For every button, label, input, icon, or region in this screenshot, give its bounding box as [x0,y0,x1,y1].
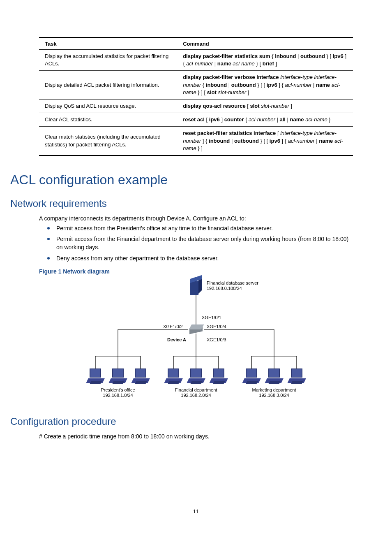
intro-text: A company interconnects its departments … [39,215,353,222]
col-command: Command [177,37,353,50]
router-icon [189,324,203,334]
device-label: Device A [167,337,186,343]
pc-icon [188,368,204,385]
task-cell: Display QoS and ACL resource usage. [39,99,177,113]
group-2: Marketing department 192.168.3.0/24 [249,387,299,398]
pc-icon [165,368,182,385]
port-3: XGE1/0/3 [207,337,226,343]
pc-icon [132,368,149,385]
group-1: Financial department 192.168.2.0/24 [171,387,221,398]
task-cell: Display the accumulated statistics for p… [39,50,177,71]
server-icon [190,279,202,295]
table-row: Clear match statistics (including the ac… [39,127,353,155]
requirements-list: Permit access from the President's offic… [47,224,353,262]
command-cell: display qos-acl resource [ slot slot-num… [177,99,353,113]
heading-config-proc: Configuration procedure [10,416,353,427]
proc-line: # Create a periodic time range from 8:00… [39,433,353,440]
pc-icon [243,368,260,385]
heading-network-req: Network requirements [10,198,353,209]
task-cell: Clear ACL statistics. [39,113,177,127]
port-1: XGE1/0/1 [202,315,221,320]
list-item: Permit access from the President's offic… [47,224,353,232]
diagram-lines [85,278,307,406]
col-task: Task [39,37,177,50]
server-label: Financial database server 192.168.0.100/… [207,280,258,291]
heading-acl-example: ACL configuration example [10,172,353,188]
pc-icon [266,368,282,385]
task-cell: Display detailed ACL packet filtering in… [39,71,177,100]
table-row: Clear ACL statistics.reset acl [ ipv6 ] … [39,113,353,127]
port-2: XGE1/0/2 [163,324,183,329]
pc-icon [87,368,104,385]
pc-icon [210,368,227,385]
group-0: President's office 192.168.1.0/24 [93,387,143,398]
command-cell: reset packet-filter statistics interface… [177,127,353,155]
network-diagram: Financial database server 192.168.0.100/… [85,278,307,406]
command-cell: reset acl [ ipv6 ] counter { acl-number … [177,113,353,127]
table-row: Display the accumulated statistics for p… [39,50,353,71]
table-row: Display detailed ACL packet filtering in… [39,71,353,100]
table-row: Display QoS and ACL resource usage.displ… [39,99,353,113]
list-item: Deny access from any other department to… [47,254,353,262]
port-4: XGE1/0/4 [207,324,226,329]
command-cell: display packet-filter statistics sum { i… [177,50,353,71]
figure-caption: Figure 1 Network diagram [39,268,353,275]
task-cell: Clear match statistics (including the ac… [39,127,177,155]
pc-icon [288,368,305,385]
page-number: 11 [0,508,392,514]
command-table: Task Command Display the accumulated sta… [39,37,353,156]
command-cell: display packet-filter verbose interface … [177,71,353,100]
list-item: Permit access from the Financial departm… [47,235,353,252]
pc-icon [110,368,126,385]
